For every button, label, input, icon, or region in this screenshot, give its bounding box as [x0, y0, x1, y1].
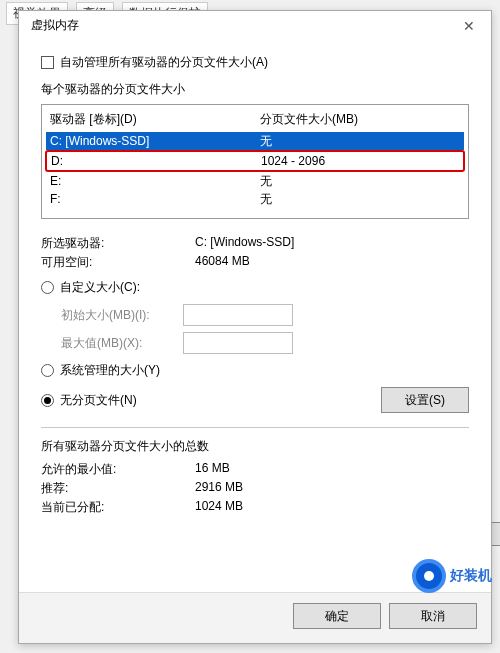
drive-row-c[interactable]: C: [Windows-SSD] 无 — [46, 132, 464, 150]
max-size-input[interactable] — [183, 332, 293, 354]
drive-list-headers: 驱动器 [卷标](D) 分页文件大小(MB) — [46, 109, 464, 132]
max-size-row: 最大值(MB)(X): — [61, 332, 469, 354]
cancel-button[interactable]: 取消 — [389, 603, 477, 629]
header-drive: 驱动器 [卷标](D) — [50, 111, 260, 128]
custom-size-label: 自定义大小(C): — [60, 279, 140, 296]
auto-manage-checkbox-row[interactable]: 自动管理所有驱动器的分页文件大小(A) — [41, 54, 469, 71]
drive-name: E: — [50, 173, 260, 189]
per-drive-label: 每个驱动器的分页文件大小 — [41, 81, 469, 98]
available-space-label: 可用空间: — [41, 254, 195, 271]
drive-row-e[interactable]: E: 无 — [46, 172, 464, 190]
initial-size-input[interactable] — [183, 304, 293, 326]
no-paging-label: 无分页文件(N) — [60, 392, 137, 409]
recommended-value: 2916 MB — [195, 480, 469, 497]
currently-allocated-label: 当前已分配: — [41, 499, 195, 516]
radio-icon[interactable] — [41, 281, 54, 294]
totals-label: 所有驱动器分页文件大小的总数 — [41, 438, 469, 455]
radio-icon[interactable] — [41, 364, 54, 377]
dialog-title: 虚拟内存 — [31, 17, 79, 34]
auto-manage-label: 自动管理所有驱动器的分页文件大小(A) — [60, 54, 268, 71]
dialog-content: 自动管理所有驱动器的分页文件大小(A) 每个驱动器的分页文件大小 驱动器 [卷标… — [19, 40, 491, 592]
checkbox-icon[interactable] — [41, 56, 54, 69]
drive-size: 无 — [260, 173, 460, 189]
system-managed-label: 系统管理的大小(Y) — [60, 362, 160, 379]
drive-name: D: — [51, 153, 261, 169]
dialog-footer: 确定 取消 — [19, 592, 491, 643]
drive-size: 无 — [260, 191, 460, 207]
recommended-row: 推荐: 2916 MB — [41, 480, 469, 497]
watermark-text: 好装机 — [450, 567, 492, 585]
radio-icon[interactable] — [41, 394, 54, 407]
available-space-value: 46084 MB — [195, 254, 469, 271]
available-space-row: 可用空间: 46084 MB — [41, 254, 469, 271]
close-icon[interactable]: ✕ — [455, 18, 483, 34]
watermark-icon — [412, 559, 446, 593]
initial-size-row: 初始大小(MB)(I): — [61, 304, 469, 326]
currently-allocated-value: 1024 MB — [195, 499, 469, 516]
custom-size-inputs: 初始大小(MB)(I): 最大值(MB)(X): — [61, 304, 469, 354]
drive-row-d[interactable]: D: 1024 - 2096 — [45, 150, 465, 172]
titlebar: 虚拟内存 ✕ — [19, 11, 491, 40]
min-allowed-label: 允许的最小值: — [41, 461, 195, 478]
drive-row-f[interactable]: F: 无 — [46, 190, 464, 208]
min-allowed-value: 16 MB — [195, 461, 469, 478]
min-allowed-row: 允许的最小值: 16 MB — [41, 461, 469, 478]
selected-drive-label: 所选驱动器: — [41, 235, 195, 252]
drive-name: F: — [50, 191, 260, 207]
recommended-label: 推荐: — [41, 480, 195, 497]
selected-drive-value: C: [Windows-SSD] — [195, 235, 469, 252]
custom-size-radio[interactable]: 自定义大小(C): — [41, 279, 469, 296]
set-button[interactable]: 设置(S) — [381, 387, 469, 413]
divider — [41, 427, 469, 428]
drive-list-box: 驱动器 [卷标](D) 分页文件大小(MB) C: [Windows-SSD] … — [41, 104, 469, 219]
max-size-label: 最大值(MB)(X): — [61, 335, 183, 352]
ok-button[interactable]: 确定 — [293, 603, 381, 629]
drive-size: 1024 - 2096 — [261, 153, 459, 169]
selected-drive-row: 所选驱动器: C: [Windows-SSD] — [41, 235, 469, 252]
no-paging-radio[interactable]: 无分页文件(N) — [41, 392, 137, 409]
header-size: 分页文件大小(MB) — [260, 111, 460, 128]
currently-allocated-row: 当前已分配: 1024 MB — [41, 499, 469, 516]
drive-size: 无 — [260, 133, 460, 149]
drive-name: C: [Windows-SSD] — [50, 133, 260, 149]
watermark: 好装机 — [412, 559, 492, 593]
virtual-memory-dialog: 虚拟内存 ✕ 自动管理所有驱动器的分页文件大小(A) 每个驱动器的分页文件大小 … — [18, 10, 492, 644]
system-managed-radio[interactable]: 系统管理的大小(Y) — [41, 362, 469, 379]
initial-size-label: 初始大小(MB)(I): — [61, 307, 183, 324]
